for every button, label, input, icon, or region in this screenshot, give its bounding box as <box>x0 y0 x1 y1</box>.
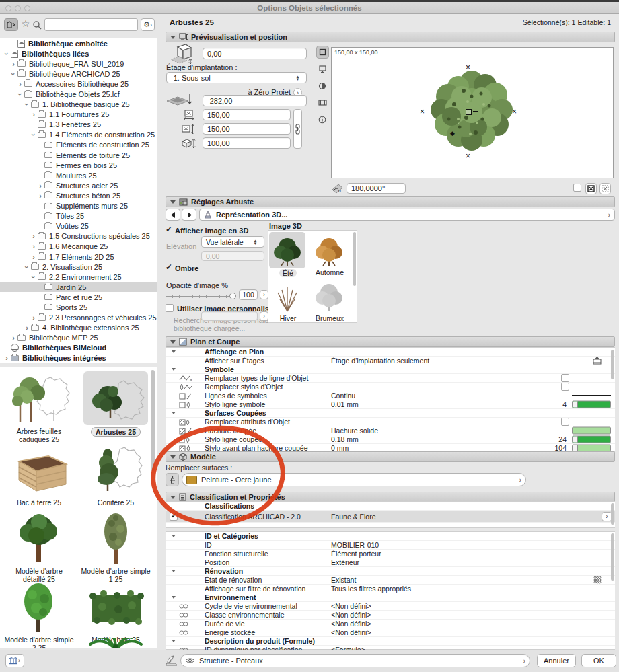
season-automne[interactable]: Automne <box>311 232 349 276</box>
tree-item[interactable]: Bibliothèque emboîtée <box>0 38 157 48</box>
view-mode-select[interactable]: Vue latérale ▲▼ <box>201 236 264 248</box>
row-id[interactable]: IDMOBILIER-010 <box>166 541 615 550</box>
thumb-arbre-simple-2[interactable]: Modèle d'arbre simple 2 25 <box>4 580 74 648</box>
surface-override-field[interactable]: Peinture - Ocre jaune › <box>182 473 526 486</box>
preview-mode-strip[interactable] <box>315 46 330 126</box>
hotspot-right-icon[interactable]: × <box>512 108 517 115</box>
season-image-list[interactable]: Été Automne Hiver Brumeux <box>268 230 357 323</box>
thumb-arbre-detaille[interactable]: Modèle d'arbre détaillé 25 <box>4 511 74 583</box>
override-linetype-checkbox[interactable] <box>561 374 569 382</box>
row-remplacer-attributs[interactable]: Remplacer attributs d'Objet <box>166 418 615 426</box>
thumb-haie[interactable]: Modèle haie 25 <box>81 580 151 644</box>
offset-to-story-field[interactable]: 0,00 <box>203 48 307 59</box>
size-z-field[interactable]: 100,00 <box>203 137 291 149</box>
previous-page-button[interactable] <box>166 209 180 221</box>
tree-item[interactable]: 1. Bibliothèque basique 25 <box>0 100 157 110</box>
custom-image-checkbox[interactable] <box>166 304 174 312</box>
season-ete[interactable]: Été <box>269 232 307 277</box>
tree-item[interactable]: 2.3 Personnages et véhicules 25 <box>0 313 157 323</box>
section-renovation[interactable]: Rénovation <box>166 567 615 576</box>
object-anchor-cube-icon[interactable] <box>168 43 196 66</box>
story-select[interactable]: -1. Sous-sol ▲▼ <box>166 72 307 83</box>
library-manager-button[interactable]: › <box>5 654 24 667</box>
surface-paint-toggle[interactable] <box>166 473 179 486</box>
tree-item[interactable]: Sports 25 <box>0 302 157 312</box>
row-fonction-structurelle[interactable]: Fonction structurelleÉlément porteur <box>166 550 615 558</box>
row-stylo-ligne-coupee[interactable]: Stylo ligne coupée0.18 mm24 <box>166 435 615 444</box>
tree-item[interactable]: 1.1 Fournitures 25 <box>0 110 157 120</box>
properties-scrollbar[interactable] <box>611 533 614 581</box>
tree-item[interactable]: Accessoires Bibliothèque 25 <box>0 79 157 89</box>
tree-item[interactable]: Suppléments murs 25 <box>0 201 157 211</box>
hotspot-inner-icon[interactable]: ◆ <box>450 130 455 137</box>
thumb-bac-a-terre[interactable]: Bac à terre 25 <box>4 443 74 507</box>
section-classifications[interactable]: Classifications <box>166 502 615 511</box>
preview-info-icon[interactable] <box>316 113 329 126</box>
mirror-checkbox[interactable] <box>573 184 581 192</box>
thumb-partial-plant[interactable] <box>81 638 151 648</box>
library-view-mode-button[interactable] <box>4 18 18 31</box>
section-environnement[interactable]: Environnement <box>166 593 615 602</box>
row-classification-archicad[interactable]: ✓ Classification ARCHICAD - 2.0 Faune & … <box>166 511 615 523</box>
library-tree[interactable]: Bibliothèque emboîtée Bibliothèques liée… <box>0 38 157 363</box>
section-affichage-en-plan[interactable]: Affichage en Plan <box>166 348 615 357</box>
tree-item[interactable]: 1.6 Mécanique 25 <box>0 241 157 252</box>
opacity-value-field[interactable]: 100 <box>239 289 258 300</box>
tree-item[interactable]: Moulures 25 <box>0 170 157 180</box>
pen-color-swatch[interactable] <box>572 436 611 443</box>
section-symbole[interactable]: Symbole <box>166 365 615 374</box>
thumb-arbre-simple-1[interactable]: Modèle d'arbre simple 1 25 <box>81 511 151 583</box>
hotspot-top-icon[interactable]: × <box>466 64 470 71</box>
search-icon[interactable] <box>32 20 42 30</box>
size-x-field[interactable]: 150,00 <box>203 109 291 120</box>
pen-color-swatch[interactable] <box>572 401 611 408</box>
row-energie-stockee[interactable]: Energie stockée<Non défini> <box>166 628 615 637</box>
thumb-arbustes-selected[interactable]: Arbustes 25 <box>81 371 151 437</box>
tree-item-jardin-selected[interactable]: Jardin 25 <box>0 282 157 292</box>
tree-item[interactable]: 1.7 Eléments 2D 25 <box>0 252 157 262</box>
row-stylo-ligne-symbole[interactable]: Stylo ligne symbole0.01 mm4 <box>166 400 615 409</box>
tree-item[interactable]: Voûtes 25 <box>0 221 157 231</box>
tree-item[interactable]: Bibliothèque ARCHICAD 25 <box>0 69 157 79</box>
plan-table-scrollbar[interactable] <box>611 350 614 379</box>
elevation-field[interactable]: -282,00 <box>203 95 307 106</box>
preview-3d-icon[interactable] <box>316 79 329 92</box>
row-lignes-symboles[interactable]: Lignes de symbolesContinu <box>166 391 615 400</box>
preview-viewport[interactable]: 150,00 x 150,00 × × × × ◆ <box>331 47 614 178</box>
tree-item[interactable]: Eléments de construction 25 <box>0 140 157 150</box>
tree-item[interactable]: Bibliothèques intégrées <box>0 353 157 363</box>
pen-color-swatch[interactable] <box>572 445 611 452</box>
tree-item[interactable]: Fermes en bois 25 <box>0 160 157 170</box>
tree-item[interactable]: 4. Bibliothèque extensions 25 <box>0 323 157 333</box>
season-hiver[interactable]: Hiver <box>269 278 307 322</box>
link-dimensions-button[interactable] <box>293 109 302 149</box>
panel-header-plan-coupe[interactable]: Plan et Coupe <box>166 336 615 347</box>
classification-scrollbar[interactable] <box>611 503 614 525</box>
favorites-star-icon[interactable]: ☆ <box>20 18 32 31</box>
season-brumeux[interactable]: Brumeux <box>311 278 349 322</box>
tree-item[interactable]: 1.5 Constructions spéciales 25 <box>0 231 157 241</box>
tree-item[interactable]: Eléments de toiture 25 <box>0 150 157 160</box>
row-cycle-de-vie[interactable]: Cycle de vie environnemental<Non défini> <box>166 602 615 611</box>
thumbnails-scrollbar[interactable] <box>151 370 155 471</box>
row-remplacer-types-ligne[interactable]: aRemplacer types de ligne d'Objet <box>166 374 615 383</box>
row-classe-env[interactable]: Classe environnementale<Non défini> <box>166 611 615 620</box>
panel-header-preview-position[interactable]: Prévisualisation et position <box>166 32 615 42</box>
section-description-produit[interactable]: Description du produit (Formule) <box>166 637 615 646</box>
mirror-x-button[interactable] <box>585 183 597 194</box>
pen-set-icon[interactable] <box>166 655 178 666</box>
thumb-conifere[interactable]: Conifère 25 <box>81 443 151 507</box>
ok-button[interactable]: OK <box>581 654 616 667</box>
tree-item[interactable]: Bibliotheque_FRA-SUI_2019 <box>0 59 157 69</box>
section-id-categories[interactable]: ID et Catégories <box>166 532 615 541</box>
row-remplacer-stylos[interactable]: Remplacer stylos d'Objet <box>166 383 615 391</box>
row-affichage-filtre[interactable]: Affichage sur filtre de rénovationTous l… <box>166 585 615 593</box>
tree-item[interactable]: Bibliothèques BIMcloud <box>0 343 157 353</box>
tree-item[interactable]: Tôles 25 <box>0 211 157 221</box>
override-pens-checkbox[interactable] <box>561 383 569 391</box>
opacity-slider-thumb[interactable] <box>229 293 236 299</box>
settings-page-selector[interactable]: Représentation 3D... › <box>199 209 615 221</box>
season-list-scrollbar[interactable] <box>353 232 356 286</box>
tree-item[interactable]: Structures béton 25 <box>0 190 157 200</box>
hotspot-bottom-icon[interactable]: × <box>466 153 470 159</box>
